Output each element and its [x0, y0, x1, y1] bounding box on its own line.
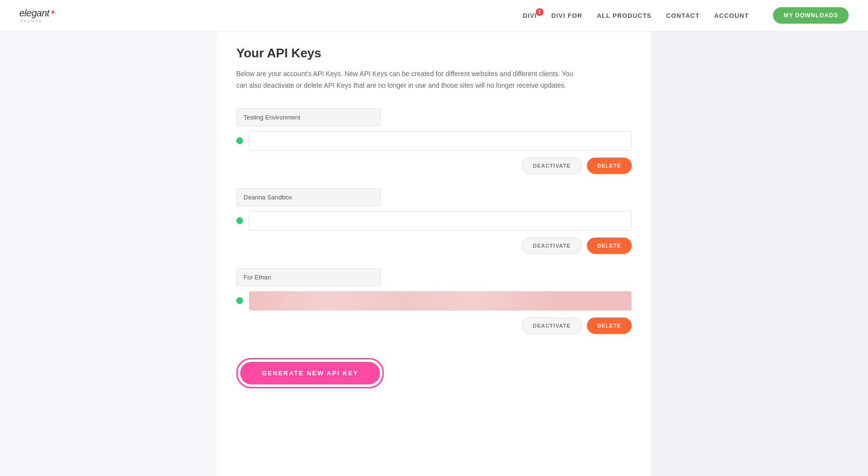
main-content: Your API Keys Below are your account's A…: [217, 31, 651, 476]
main-header: elegant ✦ themes DIVI 1 DIVI FOR ALL PRO…: [0, 0, 868, 31]
logo-area: elegant ✦ themes: [19, 8, 56, 23]
api-key-value-input-2[interactable]: [249, 211, 632, 231]
nav-item-all-products[interactable]: ALL PRODUCTS: [597, 12, 652, 19]
status-dot-1: [236, 137, 243, 144]
api-key-section-2: DEACTIVATE DELETE: [236, 188, 632, 254]
generate-button-wrapper: GENERATE NEW API KEY: [236, 358, 384, 388]
generate-area: GENERATE NEW API KEY: [236, 348, 632, 398]
delete-button-1[interactable]: DELETE: [587, 158, 632, 174]
actions-row-1: DEACTIVATE DELETE: [236, 158, 632, 174]
api-key-value-input-3[interactable]: [249, 291, 632, 311]
page-description: Below are your account's API Keys. New A…: [236, 68, 583, 92]
api-key-section-1: DEACTIVATE DELETE: [236, 108, 632, 174]
nav-item-divi[interactable]: DIVI 1: [523, 12, 537, 19]
logo: elegant ✦ themes: [19, 8, 56, 23]
divi-badge: 1: [536, 8, 543, 16]
delete-button-3[interactable]: DELETE: [587, 317, 632, 334]
page-title: Your API Keys: [236, 46, 632, 61]
api-key-label-input-1[interactable]: [236, 108, 381, 126]
api-key-label-row-1: [236, 108, 632, 126]
api-key-label-input-3[interactable]: [236, 268, 381, 286]
actions-row-2: DEACTIVATE DELETE: [236, 238, 632, 254]
api-key-row-1: [236, 131, 632, 151]
actions-row-3: DEACTIVATE DELETE: [236, 317, 632, 334]
nav-item-divi-for[interactable]: DIVI FOR: [551, 12, 582, 19]
api-key-label-row-3: [236, 268, 632, 286]
status-dot-2: [236, 217, 243, 224]
logo-name: elegant: [19, 8, 49, 19]
generate-new-api-key-button[interactable]: GENERATE NEW API KEY: [240, 362, 380, 384]
deactivate-button-2[interactable]: DEACTIVATE: [522, 238, 582, 254]
api-key-row-3: [236, 291, 632, 311]
delete-button-2[interactable]: DELETE: [587, 238, 632, 254]
main-nav: DIVI 1 DIVI FOR ALL PRODUCTS CONTACT ACC…: [523, 7, 849, 24]
nav-item-account[interactable]: ACCOUNT: [714, 12, 749, 19]
api-key-label-row-2: [236, 188, 632, 206]
api-key-label-input-2[interactable]: [236, 188, 381, 206]
deactivate-button-3[interactable]: DEACTIVATE: [522, 317, 582, 334]
deactivate-button-1[interactable]: DEACTIVATE: [522, 158, 582, 174]
nav-item-contact[interactable]: CONTACT: [666, 12, 700, 19]
api-key-value-input-1[interactable]: [249, 131, 632, 151]
my-downloads-button[interactable]: MY DOWNLOADS: [773, 7, 849, 24]
logo-star-icon: ✦: [50, 8, 56, 17]
logo-subtitle: themes: [20, 19, 42, 23]
api-key-row-2: [236, 211, 632, 231]
status-dot-3: [236, 297, 243, 304]
api-key-section-3: DEACTIVATE DELETE: [236, 268, 632, 334]
